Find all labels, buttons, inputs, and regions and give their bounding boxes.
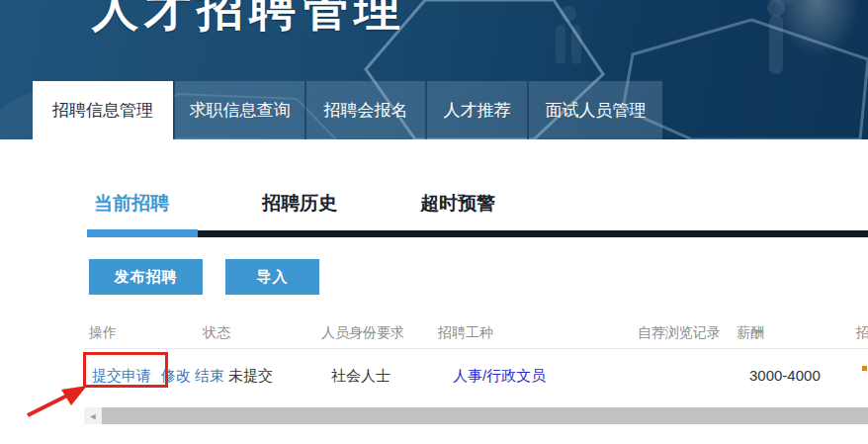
subtab-underline (198, 230, 868, 237)
tab-job-fair-signup[interactable]: 招聘会报名 (304, 81, 425, 139)
column-header-job-type: 招聘工种 (438, 324, 493, 342)
import-button[interactable]: 导入 (225, 259, 319, 295)
publish-recruitment-button[interactable]: 发布招聘 (89, 259, 203, 295)
subtab-recruitment-history[interactable]: 招聘历史 (262, 191, 337, 217)
modify-link[interactable]: 修改 (161, 367, 191, 386)
column-header-salary: 薪酬 (737, 324, 764, 342)
tab-job-seeker-query[interactable]: 求职信息查询 (173, 81, 304, 139)
scrollbar-thumb[interactable] (102, 407, 868, 424)
main-tabbar: 招聘信息管理 求职信息查询 招聘会报名 人才推荐 面试人员管理 (33, 81, 662, 139)
job-type-link[interactable]: 人事/行政文员 (453, 367, 546, 386)
tab-talent-recommend[interactable]: 人才推荐 (425, 81, 527, 139)
scroll-left-button[interactable]: ◄ (84, 407, 102, 424)
page-title: 人才招聘管理 (92, 0, 406, 41)
salary-cell: 3000-4000 (749, 367, 821, 384)
submit-application-link[interactable]: 提交申请 (92, 367, 151, 386)
column-header-view-record: 自荐浏览记录 (638, 324, 721, 342)
column-header-partial: 招 (856, 324, 868, 342)
column-header-identity-req: 人员身份要求 (321, 324, 404, 342)
clipped-cell-fragment (862, 366, 867, 371)
identity-cell: 社会人士 (331, 367, 391, 386)
page-banner: 人才招聘管理 招聘信息管理 求职信息查询 招聘会报名 人才推荐 面试人员管理 (0, 0, 868, 139)
status-cell: 未提交 (228, 367, 273, 386)
table-header-divider (84, 348, 868, 349)
subtab-overtime-warning[interactable]: 超时预警 (420, 191, 495, 217)
horizontal-scrollbar[interactable]: ◄ (84, 407, 868, 424)
column-header-status: 状态 (203, 324, 230, 342)
tab-recruit-info-mgmt[interactable]: 招聘信息管理 (33, 81, 173, 139)
end-link[interactable]: 结束 (195, 367, 224, 386)
subtab-current-recruitment[interactable]: 当前招聘 (94, 191, 169, 217)
tab-interviewee-mgmt[interactable]: 面试人员管理 (527, 81, 662, 139)
column-header-action: 操作 (89, 324, 117, 342)
subtab-active-underline (87, 229, 198, 237)
